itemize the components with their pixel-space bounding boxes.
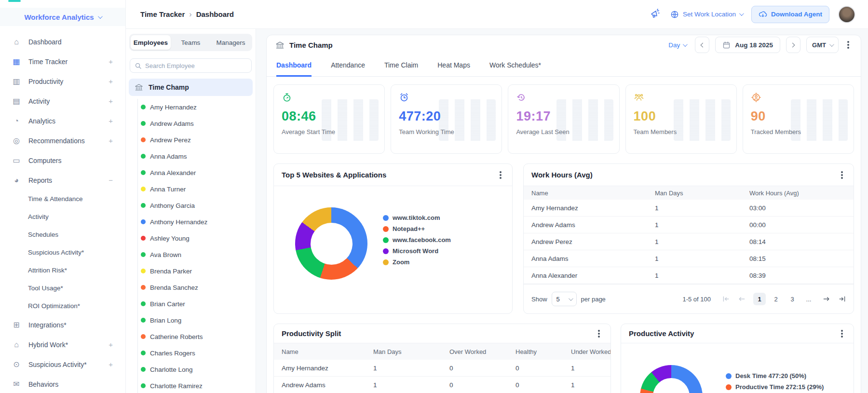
set-work-location-button[interactable]: Set Work Location [670, 10, 743, 19]
sidebar-subitem[interactable]: ROI Optimization* [0, 297, 125, 315]
expand-toggle[interactable]: + [108, 77, 113, 85]
main-tab[interactable]: Attendance [331, 54, 365, 77]
sidebar-item[interactable]: ✉ Behaviors [0, 374, 125, 393]
more-options-button[interactable] [841, 174, 843, 176]
expand-toggle[interactable]: + [108, 57, 113, 66]
sidebar-subitem[interactable]: Schedules [0, 226, 125, 244]
main-tab[interactable]: Dashboard [276, 54, 312, 77]
sidebar-subitem-label: Time & Attendance [28, 195, 83, 203]
last-page-button[interactable] [838, 296, 846, 302]
main-tab[interactable]: Heat Maps [437, 54, 470, 77]
expand-toggle[interactable]: + [108, 117, 113, 125]
cell-man-days: 1 [647, 255, 742, 262]
page-number[interactable]: 1 [753, 293, 766, 305]
breadcrumb-current: Dashboard [196, 10, 234, 18]
legend-item: Microsoft Word [383, 245, 451, 257]
employee-list-item[interactable]: Catherine Roberts [138, 328, 256, 345]
main-tab[interactable]: Time Claim [384, 54, 418, 77]
expand-toggle[interactable]: + [108, 360, 113, 368]
sidebar-subitem[interactable]: Suspicious Activity* [0, 244, 125, 261]
column-header: Work Hours (Avg) [742, 190, 854, 197]
people-tab[interactable]: Managers [211, 35, 251, 50]
per-page-label: per page [581, 296, 606, 303]
topbar-actions: Set Work Location Download Agent [650, 6, 855, 23]
timezone-select[interactable]: GMT [806, 37, 839, 53]
employee-list-item[interactable]: Andrew Perez [138, 132, 256, 148]
workspace-label: Workforce Analytics [24, 13, 94, 21]
employee-list-item[interactable]: Charlotte Ramirez [138, 378, 256, 393]
employee-list-item[interactable]: Charlotte Long [138, 361, 256, 378]
cell-man-days: 1 [647, 272, 742, 279]
employee-list-item[interactable]: Andrew Adams [138, 115, 256, 132]
employee-list-item[interactable]: Brenda Parker [138, 263, 256, 279]
search-employee-input[interactable] [145, 62, 247, 69]
more-options-button[interactable] [841, 333, 843, 335]
range-dropdown[interactable]: Day [668, 41, 686, 49]
employee-list-item[interactable]: Anna Alexander [138, 164, 256, 181]
sidebar-subitem[interactable]: Tool Usage* [0, 279, 125, 297]
sidebar-item[interactable]: ▭ Computers [0, 150, 125, 170]
stat-value: 90 [751, 109, 846, 124]
sidebar-subitem[interactable]: Activity [0, 208, 125, 226]
pagination-bar: Show 5 per page 1-5 of 100 [524, 284, 854, 313]
sidebar-item[interactable]: ⌂ Dashboard [0, 32, 125, 52]
more-options-button[interactable] [500, 174, 502, 176]
sidebar-item[interactable]: ▤ Activity + [0, 91, 125, 111]
pager-controls: 1-5 of 100 1 2 3 [682, 293, 846, 305]
next-page-button[interactable] [823, 296, 830, 302]
sidebar-item[interactable]: ◕ Reports − [0, 170, 125, 190]
announcements-icon[interactable] [650, 9, 661, 20]
sidebar-item[interactable]: ⊞ Integrations* [0, 315, 125, 335]
page-number[interactable]: 3 [786, 293, 799, 305]
page-size-select[interactable]: 5 [552, 292, 577, 306]
sidebar-item[interactable]: ◎ Recommendations + [0, 131, 125, 150]
prev-date-button[interactable] [695, 37, 709, 53]
first-page-button[interactable] [722, 296, 730, 302]
sidebar-item[interactable]: ▦ Time Tracker + [0, 52, 125, 71]
expand-toggle[interactable]: − [108, 176, 113, 184]
employee-list-item[interactable]: Amy Hernandez [138, 99, 256, 115]
people-tab[interactable]: Employees [131, 35, 171, 50]
employee-list-item[interactable]: Anna Adams [138, 148, 256, 164]
employee-list-item[interactable]: Anthony Garcia [138, 197, 256, 214]
breadcrumb-parent[interactable]: Time Tracker [140, 10, 185, 18]
page-number[interactable]: 2 [770, 293, 782, 305]
employee-list-item[interactable]: Anthony Hernandez [138, 214, 256, 230]
employee-list-item[interactable]: Ashley Young [138, 230, 256, 246]
employee-list-item[interactable]: Anna Turner [138, 181, 256, 197]
more-options-button[interactable] [847, 44, 849, 46]
avatar[interactable] [838, 6, 855, 23]
people-tab[interactable]: Teams [171, 35, 211, 50]
sidebar-item[interactable]: ◔ Analytics + [0, 111, 125, 131]
employee-list-item[interactable]: Brian Long [138, 312, 256, 328]
main-tab-label: Dashboard [276, 61, 312, 69]
main-tabs: Dashboard Attendance Time Claim Heat Map… [267, 54, 861, 77]
productive-activity-title: Productive Activity [629, 329, 694, 338]
date-picker[interactable]: Aug 18 2025 [715, 37, 780, 53]
page-number[interactable]: ... [802, 293, 815, 305]
sidebar-item[interactable]: ⌂ Hybrid Work* + [0, 335, 125, 354]
sidebar-subitem[interactable]: Attrition Risk* [0, 261, 125, 279]
main-tab[interactable]: Work Schedules* [489, 54, 541, 77]
sidebar-subitem[interactable]: Time & Attendance [0, 190, 125, 208]
column-header: Name [274, 348, 366, 355]
chevron-left-icon [701, 42, 705, 47]
next-date-button[interactable] [786, 37, 800, 53]
expand-toggle[interactable]: + [108, 97, 113, 105]
employee-list-item[interactable]: Brian Carter [138, 296, 256, 312]
more-options-button[interactable] [598, 333, 600, 335]
productivity-split-title: Productivity Split [282, 329, 341, 338]
expand-toggle[interactable]: + [108, 136, 113, 145]
employee-list-item[interactable]: Ava Brown [138, 246, 256, 263]
employee-list-item[interactable]: Charles Rogers [138, 345, 256, 361]
sidebar-item[interactable]: ▥ Productivity + [0, 71, 125, 91]
selected-date: Aug 18 2025 [735, 41, 773, 49]
prev-page-button[interactable] [738, 296, 746, 302]
status-dot [141, 318, 146, 323]
download-agent-button[interactable]: Download Agent [751, 6, 829, 23]
organization-item[interactable]: Time Champ [129, 79, 253, 96]
employee-list-item[interactable]: Brenda Sanchez [138, 279, 256, 296]
workspace-switcher[interactable]: Workforce Analytics [0, 8, 125, 26]
expand-toggle[interactable]: + [108, 340, 113, 349]
sidebar-item[interactable]: ⊙ Suspicious Activity* + [0, 354, 125, 374]
